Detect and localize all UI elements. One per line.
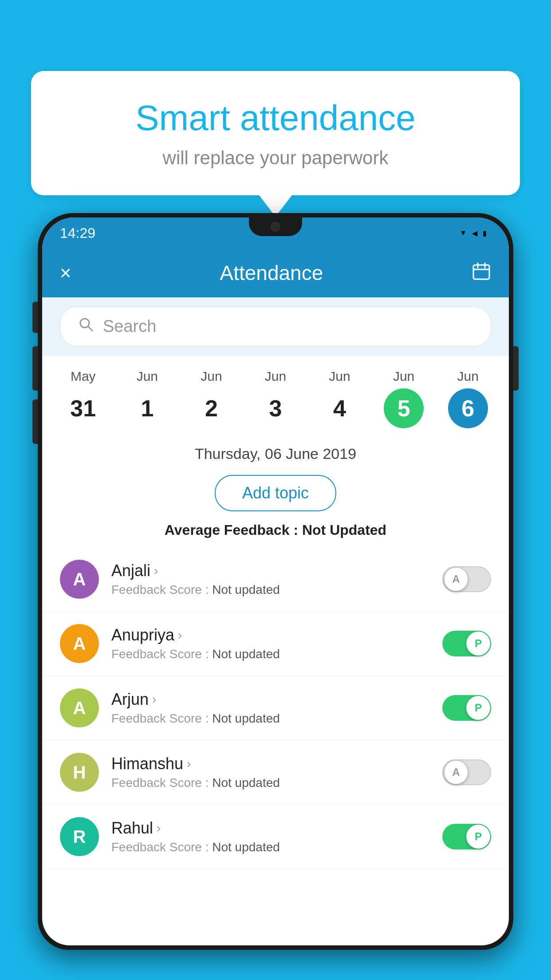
toggle-knob: A: [444, 567, 468, 591]
speech-bubble-container: Smart attendance will replace your paper…: [31, 71, 520, 195]
calendar-date-number[interactable]: 5: [384, 388, 424, 428]
attendance-toggle[interactable]: A: [442, 566, 491, 592]
attendance-toggle[interactable]: P: [442, 824, 491, 850]
phone-button-right: [513, 346, 519, 391]
average-feedback: Average Feedback : Not Updated: [42, 518, 509, 547]
speech-bubble-subtitle: will replace your paperwork: [67, 147, 484, 169]
student-feedback: Feedback Score : Not updated: [111, 647, 430, 661]
calendar-date-number[interactable]: 2: [191, 388, 231, 428]
student-item-0[interactable]: AAnjali ›Feedback Score : Not updatedA: [42, 547, 509, 612]
student-toggle-container[interactable]: P: [442, 631, 491, 656]
search-bar[interactable]: Search: [60, 306, 491, 347]
calendar-day-6[interactable]: Jun6: [448, 369, 488, 428]
speech-bubble-title: Smart attendance: [67, 98, 484, 138]
calendar-day-5[interactable]: Jun5: [384, 369, 424, 428]
student-info: Anupriya ›Feedback Score : Not updated: [111, 626, 430, 661]
calendar-month-label: Jun: [457, 369, 478, 384]
calendar-month-label: Jun: [265, 369, 286, 384]
close-button[interactable]: ×: [60, 262, 71, 284]
selected-date: Thursday, 06 June 2019: [42, 437, 509, 469]
calendar-day-0[interactable]: May31: [63, 369, 103, 428]
calendar-day-2[interactable]: Jun2: [191, 369, 231, 428]
attendance-toggle[interactable]: P: [442, 631, 491, 656]
student-toggle-container[interactable]: A: [442, 759, 491, 785]
student-item-4[interactable]: RRahul ›Feedback Score : Not updatedP: [42, 805, 509, 869]
svg-line-5: [88, 327, 92, 331]
signal-icon: ◀: [472, 229, 477, 237]
student-name: Anupriya ›: [111, 626, 430, 644]
avg-feedback-label: Average Feedback :: [165, 522, 302, 538]
calendar-day-1[interactable]: Jun1: [127, 369, 167, 428]
battery-icon: ▮: [483, 229, 487, 237]
calendar-month-label: Jun: [329, 369, 350, 384]
calendar-date-number[interactable]: 4: [320, 388, 360, 428]
calendar-date-number[interactable]: 31: [63, 388, 103, 428]
status-time: 14:29: [60, 225, 95, 241]
student-toggle-container[interactable]: P: [442, 695, 491, 721]
student-info: Arjun ›Feedback Score : Not updated: [111, 690, 430, 726]
student-info: Anjali ›Feedback Score : Not updated: [111, 561, 430, 597]
toggle-knob: P: [466, 632, 490, 656]
student-name: Rahul ›: [111, 819, 430, 838]
student-chevron-icon: ›: [187, 757, 191, 771]
student-name: Anjali ›: [111, 561, 430, 580]
calendar-icon[interactable]: [472, 261, 491, 285]
avg-feedback-value: Not Updated: [302, 522, 386, 538]
toggle-knob: P: [466, 696, 490, 720]
calendar-day-3[interactable]: Jun3: [256, 369, 295, 428]
student-item-2[interactable]: AArjun ›Feedback Score : Not updatedP: [42, 676, 509, 740]
search-placeholder: Search: [103, 317, 156, 336]
calendar-strip: May31Jun1Jun2Jun3Jun4Jun5Jun6: [42, 356, 509, 437]
app-bar-title: Attendance: [220, 261, 323, 285]
student-feedback: Feedback Score : Not updated: [111, 711, 430, 726]
add-topic-button[interactable]: Add topic: [215, 475, 336, 511]
status-icons: ▼ ◀ ▮: [460, 229, 487, 237]
calendar-month-label: Jun: [393, 369, 414, 384]
calendar-date-number[interactable]: 6: [448, 388, 488, 428]
student-avatar: A: [60, 688, 99, 727]
student-avatar: A: [60, 624, 99, 663]
student-feedback: Feedback Score : Not updated: [111, 840, 430, 854]
speech-bubble: Smart attendance will replace your paper…: [31, 71, 520, 195]
student-avatar: A: [60, 560, 99, 599]
student-name: Arjun ›: [111, 690, 430, 709]
phone-outer: 14:29 ▼ ◀ ▮ × Attendance: [38, 213, 513, 950]
phone-notch: [249, 217, 302, 236]
phone-button-left-1: [32, 302, 38, 333]
calendar-date-number[interactable]: 3: [256, 388, 295, 428]
calendar-month-label: May: [71, 369, 96, 384]
app-bar: × Attendance: [42, 249, 509, 297]
student-name: Himanshu ›: [111, 755, 430, 773]
student-toggle-container[interactable]: A: [442, 566, 491, 592]
student-feedback: Feedback Score : Not updated: [111, 776, 430, 790]
student-chevron-icon: ›: [157, 821, 161, 835]
svg-rect-0: [473, 265, 489, 279]
wifi-icon: ▼: [460, 229, 467, 237]
search-container: Search: [42, 297, 509, 356]
calendar-date-number[interactable]: 1: [127, 388, 167, 428]
phone-screen: 14:29 ▼ ◀ ▮ × Attendance: [42, 217, 509, 945]
student-chevron-icon: ›: [152, 692, 156, 707]
calendar-day-4[interactable]: Jun4: [320, 369, 360, 428]
phone-button-left-2: [32, 346, 38, 391]
calendar-month-label: Jun: [201, 369, 222, 384]
student-toggle-container[interactable]: P: [442, 824, 491, 850]
student-item-1[interactable]: AAnupriya ›Feedback Score : Not updatedP: [42, 612, 509, 676]
student-info: Rahul ›Feedback Score : Not updated: [111, 819, 430, 854]
student-info: Himanshu ›Feedback Score : Not updated: [111, 755, 430, 790]
calendar-month-label: Jun: [137, 369, 158, 384]
toggle-knob: P: [466, 825, 490, 849]
attendance-toggle[interactable]: P: [442, 695, 491, 721]
student-avatar: R: [60, 817, 99, 856]
attendance-toggle[interactable]: A: [442, 759, 491, 785]
notch-camera: [271, 222, 280, 232]
student-chevron-icon: ›: [178, 628, 182, 642]
add-topic-container: Add topic: [42, 469, 509, 518]
student-avatar: H: [60, 753, 99, 792]
search-icon: [78, 316, 94, 336]
student-feedback: Feedback Score : Not updated: [111, 583, 430, 597]
student-chevron-icon: ›: [154, 564, 158, 578]
student-item-3[interactable]: HHimanshu ›Feedback Score : Not updatedA: [42, 740, 509, 805]
student-list: AAnjali ›Feedback Score : Not updatedAAA…: [42, 547, 509, 869]
phone-container: 14:29 ▼ ◀ ▮ × Attendance: [38, 213, 513, 980]
